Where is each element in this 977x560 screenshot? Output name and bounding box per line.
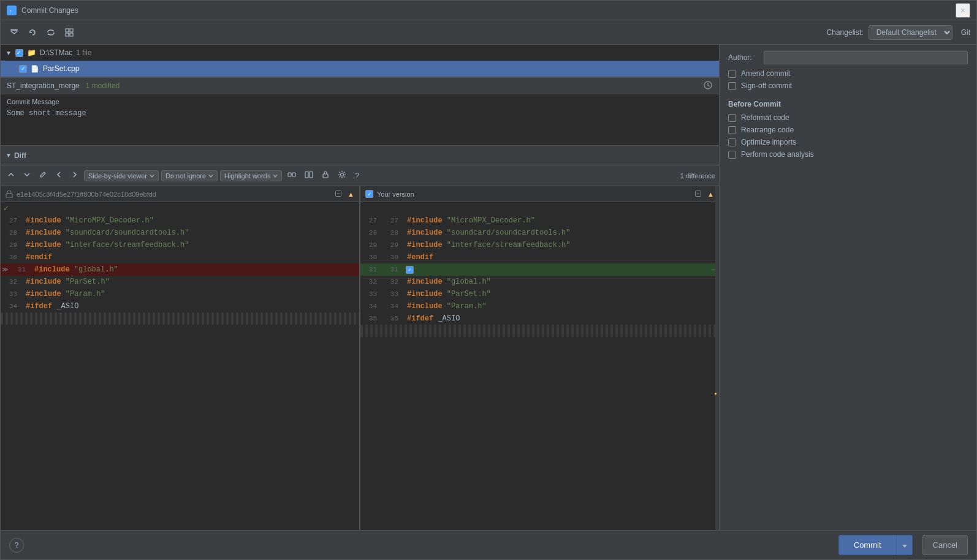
undo-button[interactable] bbox=[25, 26, 40, 39]
clock-icon bbox=[703, 80, 713, 90]
viewer-mode-dropdown[interactable]: Side-by-side viewer bbox=[84, 170, 159, 181]
diff-columns-button[interactable] bbox=[302, 169, 316, 182]
line-checkbox[interactable] bbox=[406, 266, 414, 274]
diff-edit-button[interactable] bbox=[36, 170, 50, 181]
diff-up-button[interactable] bbox=[4, 170, 18, 181]
svg-rect-3 bbox=[66, 29, 69, 32]
folder-row: ▼ 📁 D:\STMac 1 file bbox=[1, 45, 719, 61]
commit-dropdown-button[interactable] bbox=[897, 535, 913, 555]
diff-right-line: 35 35 #ifdef _ASIO bbox=[360, 312, 719, 325]
line-content: #include "MicroMPX_Decoder.h" bbox=[403, 216, 719, 225]
diff-line-changed: ≫ 31 #include "global.h" bbox=[1, 263, 359, 276]
diff-line: 27 #include "MicroMPX_Decoder.h" bbox=[1, 214, 359, 227]
svg-rect-12 bbox=[310, 172, 313, 178]
perform-label: Perform code analysis bbox=[741, 150, 814, 159]
changelist-select[interactable]: Default Changelist bbox=[869, 25, 952, 40]
diff-down-button[interactable] bbox=[20, 170, 34, 181]
reformat-checkbox[interactable] bbox=[728, 114, 736, 122]
perform-checkbox[interactable] bbox=[728, 151, 736, 159]
line-num: 32 bbox=[1, 278, 22, 286]
line-num: 33 bbox=[1, 290, 22, 298]
help-button[interactable]: ? bbox=[9, 538, 24, 553]
diff-right-panel: Your version ▲ bbox=[360, 186, 719, 530]
commit-button[interactable]: Commit bbox=[838, 535, 897, 555]
diff-prev-button[interactable] bbox=[52, 170, 66, 181]
grid-button[interactable] bbox=[62, 26, 77, 39]
ignore-mode-dropdown[interactable]: Do not ignore bbox=[161, 170, 218, 181]
svg-rect-9 bbox=[292, 173, 295, 176]
line-num: 29 bbox=[360, 241, 382, 249]
svg-text:↑: ↑ bbox=[9, 8, 12, 14]
diff-right-indicator: ▲ bbox=[707, 191, 714, 198]
app-icon: ↑ bbox=[7, 6, 17, 15]
line-num-right: 31 bbox=[382, 266, 403, 273]
diff-left-header: e1e1405c3f4d5e27f1ff800b74e02c18d09ebfdd… bbox=[1, 186, 359, 202]
git-label: Git bbox=[961, 28, 970, 37]
diff-lock-button[interactable] bbox=[319, 170, 332, 181]
commit-message-input[interactable]: Some short message bbox=[1, 107, 719, 143]
close-button[interactable]: × bbox=[956, 3, 970, 18]
line-num-right: 35 bbox=[382, 315, 403, 322]
file-name: ParSet.cpp bbox=[43, 64, 79, 73]
highlight-mode-dropdown[interactable]: Highlight words bbox=[220, 170, 282, 181]
ignore-mode-label: Do not ignore bbox=[165, 172, 206, 180]
line-num-right: 27 bbox=[382, 217, 403, 224]
svg-rect-5 bbox=[66, 33, 69, 36]
line-num-right: 28 bbox=[382, 229, 403, 236]
diff-help-button[interactable]: ? bbox=[352, 170, 362, 181]
line-num-right: 33 bbox=[382, 290, 403, 298]
diff-right-line: 33 33 #include "ParSet.h" bbox=[360, 288, 719, 300]
diff-right-version: Your version bbox=[377, 191, 414, 198]
line-num: 31 bbox=[360, 266, 382, 273]
cancel-button[interactable]: Cancel bbox=[922, 535, 968, 555]
line-content: #include "Param.h" bbox=[22, 290, 359, 298]
diff-settings-button[interactable] bbox=[335, 169, 349, 182]
diff-left-hash: e1e1405c3f4d5e27f1ff800b74e02c18d09ebfdd bbox=[17, 191, 156, 198]
fold-triangle[interactable]: ▼ bbox=[6, 50, 12, 56]
diff-right-line: 29 29 #include "interface/streamfeedback… bbox=[360, 239, 719, 251]
version-checkbox[interactable] bbox=[365, 190, 373, 198]
amend-checkbox[interactable] bbox=[728, 70, 736, 78]
author-input[interactable] bbox=[764, 51, 968, 64]
viewer-mode-label: Side-by-side viewer bbox=[88, 172, 147, 180]
diff-left-indicator: ▲ bbox=[348, 191, 354, 198]
line-content: #include "global.h" bbox=[403, 278, 719, 286]
line-num: 32 bbox=[360, 278, 382, 286]
line-content: #include "interface/streamfeedback.h" bbox=[403, 241, 719, 249]
highlight-mode-label: Highlight words bbox=[224, 172, 270, 180]
diff-right-expand[interactable] bbox=[695, 191, 701, 198]
file-icon: 📄 bbox=[31, 65, 39, 73]
rearrange-checkbox[interactable] bbox=[728, 126, 736, 134]
line-num-right: 32 bbox=[382, 278, 403, 286]
diff-left-expand[interactable] bbox=[335, 191, 341, 198]
line-num: 30 bbox=[360, 254, 382, 261]
diff-next-button[interactable] bbox=[68, 170, 82, 181]
file-checkbox[interactable] bbox=[19, 65, 27, 73]
folder-checkbox[interactable] bbox=[15, 49, 23, 57]
diff-right-line: 28 28 #include "soundcard/soundcardtools… bbox=[360, 227, 719, 239]
svg-rect-6 bbox=[70, 33, 73, 36]
reformat-row: Reformat code bbox=[728, 113, 968, 122]
optimize-checkbox[interactable] bbox=[728, 138, 736, 146]
file-row[interactable]: 📄 ParSet.cpp bbox=[1, 61, 719, 77]
line-content: #include "Param.h" bbox=[403, 302, 719, 311]
line-content: #ifdef _ASIO bbox=[22, 302, 359, 311]
line-num: 34 bbox=[360, 303, 382, 310]
line-content: #include "interface/streamfeedback.h" bbox=[22, 241, 359, 249]
line-content: #include "soundcard/soundcardtools.h" bbox=[403, 229, 719, 237]
diff-collapse-icon[interactable]: ▼ bbox=[6, 152, 12, 159]
line-num-right: 29 bbox=[382, 241, 403, 249]
diff-line: 30 #endif bbox=[1, 251, 359, 263]
refresh-button[interactable] bbox=[44, 26, 58, 39]
lock-small-icon bbox=[6, 191, 13, 198]
expand-all-button[interactable] bbox=[7, 26, 21, 39]
rearrange-label: Rearrange code bbox=[741, 126, 794, 134]
diff-line-dash: — bbox=[711, 266, 715, 273]
folder-count: 1 file bbox=[76, 48, 91, 57]
diff-sync-button[interactable] bbox=[284, 169, 299, 182]
diff-count: 1 difference bbox=[680, 172, 715, 180]
perform-row: Perform code analysis bbox=[728, 150, 968, 159]
diff-line: 29 #include "interface/streamfeedback.h" bbox=[1, 239, 359, 251]
signoff-checkbox[interactable] bbox=[728, 82, 736, 90]
signoff-row: Sign-off commit bbox=[728, 81, 968, 90]
